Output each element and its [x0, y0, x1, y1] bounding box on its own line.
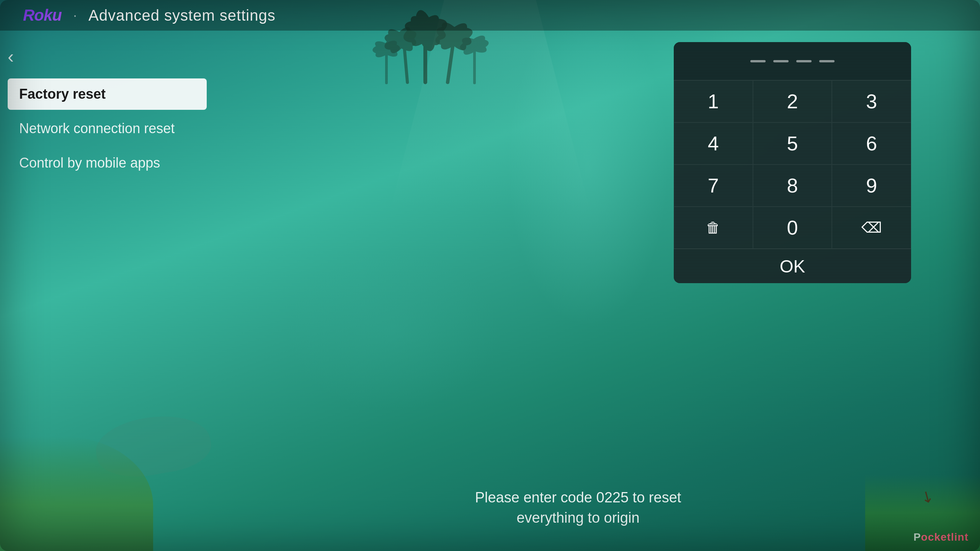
- key-4-label: 4: [708, 132, 719, 155]
- menu-item-network-reset[interactable]: Network connection reset: [8, 113, 207, 144]
- menu-item-network-reset-label: Network connection reset: [19, 121, 175, 136]
- backspace-icon: ⌫: [861, 219, 882, 236]
- key-0-label: 0: [787, 216, 798, 239]
- menu-item-factory-reset[interactable]: Factory reset: [8, 78, 207, 110]
- key-0[interactable]: 0: [753, 207, 832, 249]
- key-3-label: 3: [866, 90, 877, 113]
- key-1-label: 1: [708, 90, 719, 113]
- menu-items: Factory reset Network connection reset C…: [8, 78, 207, 179]
- top-bar: Roku · Advanced system settings: [0, 0, 980, 31]
- key-6[interactable]: 6: [832, 122, 911, 165]
- menu-item-control-mobile-label: Control by mobile apps: [19, 155, 160, 171]
- ok-button[interactable]: OK: [674, 249, 911, 283]
- key-6-label: 6: [866, 132, 877, 155]
- watermark-pocket: P: [913, 531, 921, 543]
- pin-dialog: 1 2 3 4 5 6 7 8 9 🗑 0 ⌫: [674, 42, 911, 283]
- key-backspace[interactable]: ⌫: [832, 207, 911, 249]
- top-bar-separator: ·: [73, 7, 77, 23]
- key-5[interactable]: 5: [753, 122, 832, 165]
- menu-item-factory-reset-label: Factory reset: [19, 86, 106, 102]
- key-7-label: 7: [708, 174, 719, 197]
- left-panel: ‹ Factory reset Network connection reset…: [8, 46, 207, 182]
- pin-display: [674, 42, 911, 80]
- watermark: Pocketlint: [913, 531, 969, 543]
- key-4[interactable]: 4: [674, 122, 753, 165]
- key-1[interactable]: 1: [674, 80, 753, 122]
- key-7[interactable]: 7: [674, 165, 753, 207]
- page-title: Advanced system settings: [88, 7, 276, 24]
- key-9[interactable]: 9: [832, 165, 911, 207]
- pin-dot-1: [750, 60, 766, 62]
- ok-button-label: OK: [780, 256, 805, 277]
- pin-dot-2: [773, 60, 789, 62]
- pin-dot-3: [796, 60, 812, 62]
- delete-icon: 🗑: [706, 220, 720, 236]
- instruction-text: Please enter code 0225 to reset everythi…: [253, 487, 903, 528]
- menu-item-control-mobile[interactable]: Control by mobile apps: [8, 147, 207, 179]
- roku-logo: Roku: [23, 6, 62, 24]
- numpad: 1 2 3 4 5 6 7 8 9 🗑 0 ⌫: [674, 80, 911, 249]
- key-2[interactable]: 2: [753, 80, 832, 122]
- key-2-label: 2: [787, 90, 798, 113]
- key-8-label: 8: [787, 174, 798, 197]
- key-8[interactable]: 8: [753, 165, 832, 207]
- key-5-label: 5: [787, 132, 798, 155]
- watermark-ocketlint: ocketlint: [921, 531, 969, 543]
- instruction-line-2: everything to origin: [253, 508, 903, 528]
- key-9-label: 9: [866, 174, 877, 197]
- pin-dot-4: [819, 60, 835, 62]
- back-button[interactable]: ‹: [8, 46, 14, 67]
- key-3[interactable]: 3: [832, 80, 911, 122]
- instruction-line-1: Please enter code 0225 to reset: [253, 487, 903, 508]
- key-delete[interactable]: 🗑: [674, 207, 753, 249]
